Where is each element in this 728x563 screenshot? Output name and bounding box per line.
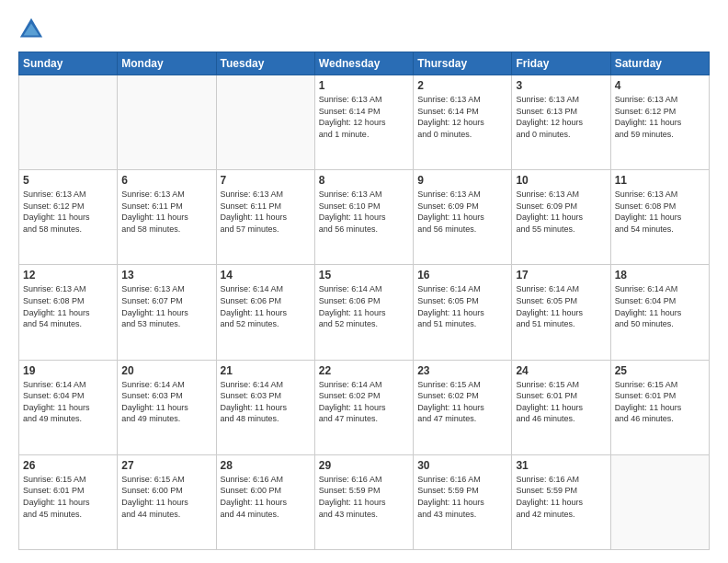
day-info: Sunrise: 6:13 AM Sunset: 6:11 PM Dayligh…	[221, 189, 311, 235]
day-info: Sunrise: 6:13 AM Sunset: 6:09 PM Dayligh…	[417, 189, 507, 235]
day-number: 9	[417, 174, 507, 187]
calendar-cell: 27Sunrise: 6:15 AM Sunset: 6:00 PM Dayli…	[118, 454, 216, 549]
day-number: 14	[221, 269, 311, 282]
day-info: Sunrise: 6:14 AM Sunset: 6:02 PM Dayligh…	[319, 379, 409, 425]
weekday-tuesday: Tuesday	[216, 52, 314, 75]
day-info: Sunrise: 6:13 AM Sunset: 6:08 PM Dayligh…	[23, 283, 113, 329]
calendar-cell: 31Sunrise: 6:16 AM Sunset: 5:59 PM Dayli…	[512, 454, 610, 549]
day-info: Sunrise: 6:14 AM Sunset: 6:03 PM Dayligh…	[121, 379, 211, 425]
calendar-cell: 20Sunrise: 6:14 AM Sunset: 6:03 PM Dayli…	[118, 360, 216, 454]
day-number: 2	[417, 79, 507, 92]
day-info: Sunrise: 6:14 AM Sunset: 6:05 PM Dayligh…	[417, 283, 507, 329]
weekday-wednesday: Wednesday	[314, 52, 413, 75]
day-info: Sunrise: 6:13 AM Sunset: 6:13 PM Dayligh…	[516, 94, 606, 140]
day-info: Sunrise: 6:14 AM Sunset: 6:06 PM Dayligh…	[221, 283, 311, 329]
logo	[18, 17, 48, 42]
day-number: 7	[221, 174, 311, 187]
calendar-cell: 28Sunrise: 6:16 AM Sunset: 6:00 PM Dayli…	[216, 454, 314, 549]
day-number: 16	[417, 269, 507, 282]
weekday-header-row: SundayMondayTuesdayWednesdayThursdayFrid…	[19, 52, 710, 75]
day-info: Sunrise: 6:16 AM Sunset: 5:59 PM Dayligh…	[417, 474, 507, 520]
logo-icon	[18, 17, 44, 42]
day-number: 10	[516, 174, 606, 187]
day-info: Sunrise: 6:13 AM Sunset: 6:10 PM Dayligh…	[319, 189, 409, 235]
calendar-week-3: 12Sunrise: 6:13 AM Sunset: 6:08 PM Dayli…	[19, 265, 710, 360]
weekday-thursday: Thursday	[414, 52, 512, 75]
calendar-cell: 26Sunrise: 6:15 AM Sunset: 6:01 PM Dayli…	[19, 454, 118, 549]
day-info: Sunrise: 6:13 AM Sunset: 6:11 PM Dayligh…	[121, 189, 211, 235]
calendar-cell: 16Sunrise: 6:14 AM Sunset: 6:05 PM Dayli…	[414, 265, 512, 360]
calendar-cell: 30Sunrise: 6:16 AM Sunset: 5:59 PM Dayli…	[414, 454, 512, 549]
day-number: 3	[516, 79, 606, 92]
weekday-friday: Friday	[512, 52, 610, 75]
calendar-cell: 12Sunrise: 6:13 AM Sunset: 6:08 PM Dayli…	[19, 265, 118, 360]
day-info: Sunrise: 6:15 AM Sunset: 6:00 PM Dayligh…	[121, 474, 211, 520]
header	[18, 17, 710, 42]
calendar-cell: 11Sunrise: 6:13 AM Sunset: 6:08 PM Dayli…	[610, 170, 709, 265]
calendar-cell: 19Sunrise: 6:14 AM Sunset: 6:04 PM Dayli…	[19, 360, 118, 454]
weekday-monday: Monday	[118, 52, 216, 75]
day-info: Sunrise: 6:15 AM Sunset: 6:02 PM Dayligh…	[417, 379, 507, 425]
calendar-cell: 14Sunrise: 6:14 AM Sunset: 6:06 PM Dayli…	[216, 265, 314, 360]
weekday-sunday: Sunday	[19, 52, 118, 75]
calendar-cell	[19, 75, 118, 170]
day-info: Sunrise: 6:14 AM Sunset: 6:06 PM Dayligh…	[319, 283, 409, 329]
calendar-cell	[118, 75, 216, 170]
day-info: Sunrise: 6:13 AM Sunset: 6:09 PM Dayligh…	[516, 189, 606, 235]
calendar-cell: 6Sunrise: 6:13 AM Sunset: 6:11 PM Daylig…	[118, 170, 216, 265]
day-number: 21	[221, 364, 311, 377]
calendar-week-5: 26Sunrise: 6:15 AM Sunset: 6:01 PM Dayli…	[19, 454, 710, 549]
weekday-saturday: Saturday	[610, 52, 709, 75]
day-number: 27	[121, 459, 211, 472]
day-number: 30	[417, 459, 507, 472]
calendar-cell: 18Sunrise: 6:14 AM Sunset: 6:04 PM Dayli…	[610, 265, 709, 360]
day-number: 8	[319, 174, 409, 187]
day-number: 19	[23, 364, 113, 377]
day-info: Sunrise: 6:14 AM Sunset: 6:04 PM Dayligh…	[23, 379, 113, 425]
day-number: 12	[23, 269, 113, 282]
day-number: 22	[319, 364, 409, 377]
day-number: 31	[516, 459, 606, 472]
calendar-week-2: 5Sunrise: 6:13 AM Sunset: 6:12 PM Daylig…	[19, 170, 710, 265]
day-number: 23	[417, 364, 507, 377]
day-number: 15	[319, 269, 409, 282]
calendar-cell: 25Sunrise: 6:15 AM Sunset: 6:01 PM Dayli…	[610, 360, 709, 454]
day-info: Sunrise: 6:16 AM Sunset: 5:59 PM Dayligh…	[319, 474, 409, 520]
page: SundayMondayTuesdayWednesdayThursdayFrid…	[0, 0, 728, 563]
day-number: 28	[221, 459, 311, 472]
calendar-cell: 5Sunrise: 6:13 AM Sunset: 6:12 PM Daylig…	[19, 170, 118, 265]
calendar-cell: 23Sunrise: 6:15 AM Sunset: 6:02 PM Dayli…	[414, 360, 512, 454]
day-info: Sunrise: 6:13 AM Sunset: 6:07 PM Dayligh…	[121, 283, 211, 329]
day-info: Sunrise: 6:14 AM Sunset: 6:03 PM Dayligh…	[221, 379, 311, 425]
day-number: 29	[319, 459, 409, 472]
day-number: 17	[516, 269, 606, 282]
day-info: Sunrise: 6:13 AM Sunset: 6:12 PM Dayligh…	[615, 94, 705, 140]
day-number: 13	[121, 269, 211, 282]
day-info: Sunrise: 6:16 AM Sunset: 6:00 PM Dayligh…	[221, 474, 311, 520]
day-number: 11	[615, 174, 705, 187]
calendar-cell: 8Sunrise: 6:13 AM Sunset: 6:10 PM Daylig…	[314, 170, 413, 265]
day-info: Sunrise: 6:13 AM Sunset: 6:14 PM Dayligh…	[417, 94, 507, 140]
day-number: 5	[23, 174, 113, 187]
calendar-cell: 21Sunrise: 6:14 AM Sunset: 6:03 PM Dayli…	[216, 360, 314, 454]
calendar-cell	[216, 75, 314, 170]
calendar-cell: 2Sunrise: 6:13 AM Sunset: 6:14 PM Daylig…	[414, 75, 512, 170]
day-info: Sunrise: 6:14 AM Sunset: 6:05 PM Dayligh…	[516, 283, 606, 329]
day-info: Sunrise: 6:16 AM Sunset: 5:59 PM Dayligh…	[516, 474, 606, 520]
calendar-cell	[610, 454, 709, 549]
calendar-week-1: 1Sunrise: 6:13 AM Sunset: 6:14 PM Daylig…	[19, 75, 710, 170]
day-number: 18	[615, 269, 705, 282]
calendar-cell: 1Sunrise: 6:13 AM Sunset: 6:14 PM Daylig…	[314, 75, 413, 170]
calendar-cell: 22Sunrise: 6:14 AM Sunset: 6:02 PM Dayli…	[314, 360, 413, 454]
calendar-week-4: 19Sunrise: 6:14 AM Sunset: 6:04 PM Dayli…	[19, 360, 710, 454]
day-info: Sunrise: 6:13 AM Sunset: 6:08 PM Dayligh…	[615, 189, 705, 235]
calendar-cell: 17Sunrise: 6:14 AM Sunset: 6:05 PM Dayli…	[512, 265, 610, 360]
day-number: 6	[121, 174, 211, 187]
calendar-cell: 7Sunrise: 6:13 AM Sunset: 6:11 PM Daylig…	[216, 170, 314, 265]
calendar-cell: 4Sunrise: 6:13 AM Sunset: 6:12 PM Daylig…	[610, 75, 709, 170]
day-number: 26	[23, 459, 113, 472]
calendar-cell: 10Sunrise: 6:13 AM Sunset: 6:09 PM Dayli…	[512, 170, 610, 265]
day-info: Sunrise: 6:15 AM Sunset: 6:01 PM Dayligh…	[516, 379, 606, 425]
day-number: 25	[615, 364, 705, 377]
day-info: Sunrise: 6:15 AM Sunset: 6:01 PM Dayligh…	[615, 379, 705, 425]
